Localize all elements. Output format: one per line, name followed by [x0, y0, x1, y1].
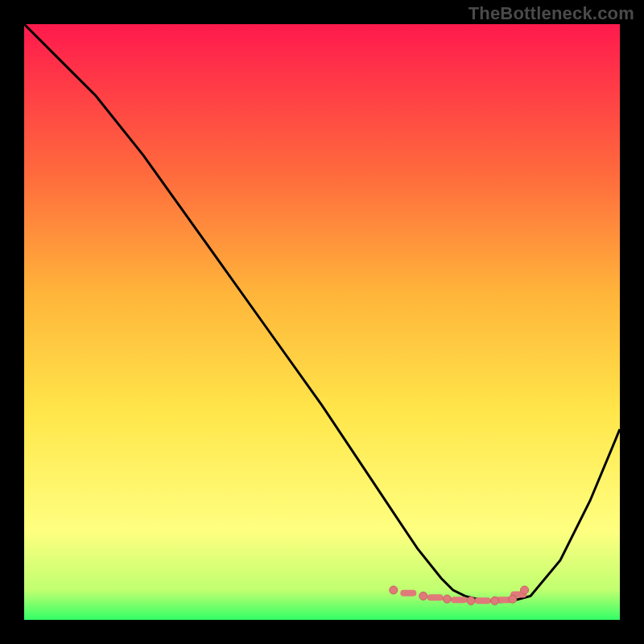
- highlight-dot: [509, 595, 517, 603]
- chart-frame: TheBottleneck.com: [0, 0, 644, 644]
- bottleneck-curve: [24, 24, 620, 602]
- highlight-markers: [390, 586, 529, 605]
- plot-area: [24, 24, 620, 620]
- highlight-dot: [521, 586, 529, 594]
- highlight-dot: [491, 597, 499, 605]
- highlight-dot: [390, 586, 398, 594]
- highlight-dot: [419, 592, 427, 600]
- curve-layer: [24, 24, 620, 620]
- highlight-dot: [467, 597, 475, 605]
- highlight-dot: [443, 595, 451, 603]
- watermark-text: TheBottleneck.com: [469, 3, 634, 24]
